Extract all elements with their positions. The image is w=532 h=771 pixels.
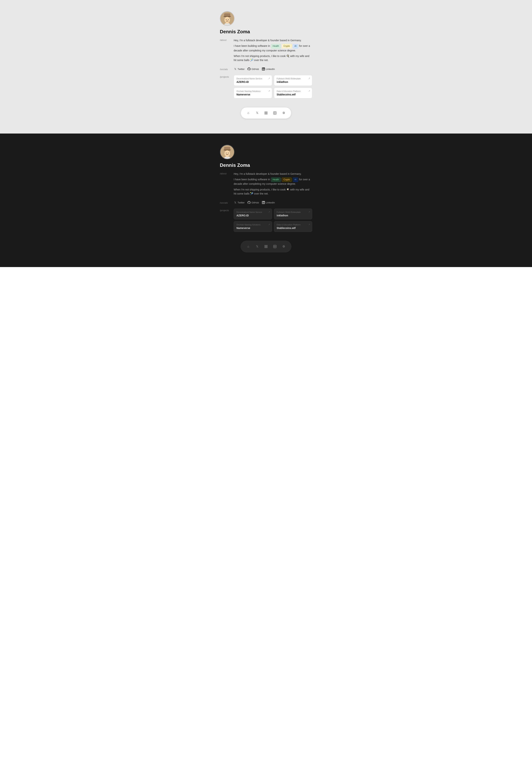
svg-rect-22 [266, 245, 267, 246]
socials-label-dark: /socials [220, 201, 230, 204]
nav-settings-dark[interactable]: ⚙ [280, 243, 287, 250]
project-card-nameverse-light[interactable]: ↗ Onchain Naming Solutions Nameverse [234, 88, 272, 98]
about-content-light: Hey, I'm a fullstack developer & founder… [234, 38, 312, 64]
nav-home-dark[interactable]: ⌂ [245, 243, 252, 250]
project-card-inklathon-dark[interactable]: ↗ Fullstack Web3 Boilerplate inklathon [274, 209, 312, 219]
twitter-icon-dark: 𝕏 [234, 201, 237, 204]
twitter-icon-light: 𝕏 [234, 67, 237, 70]
linkedin-link-dark[interactable]: LinkedIn [262, 201, 275, 204]
svg-point-5 [226, 19, 227, 20]
profile-name-light: Dennis Zoma [220, 29, 312, 35]
github-link-light[interactable]: GitHub [248, 67, 259, 70]
nav-gallery-dark[interactable] [271, 243, 279, 250]
about-label-light: /about [220, 38, 230, 64]
nav-settings-light[interactable]: ⚙ [280, 109, 287, 117]
twitter-label-dark: Twitter [238, 201, 245, 204]
linkedin-label-light: LinkedIn [266, 68, 275, 70]
project-subtitle-inklathon-light: Fullstack Web3 Boilerplate [277, 77, 310, 80]
tag-crypto-light: Crypto [282, 44, 291, 48]
project-subtitle-nameverse-light: Onchain Naming Solutions [236, 90, 269, 92]
project-card-azeroid-dark[interactable]: ↗ Decentralized Name Service AZERO.ID [234, 209, 272, 219]
twitter-link-dark[interactable]: 𝕏 Twitter [234, 201, 245, 204]
project-title-inklathon-dark: inklathon [277, 214, 310, 217]
profile-name-dark: Dennis Zoma [220, 162, 312, 168]
socials-section-dark: /socials 𝕏 Twitter GitHub LinkedIn [220, 201, 312, 204]
nav-gallery-light[interactable] [271, 109, 279, 117]
dark-section: Dennis Zoma /about Hey, I'm a fullstack … [0, 133, 532, 267]
tag-health-light: Health [271, 44, 281, 48]
project-subtitle-stablecoins-dark: Data & Education Platform [277, 224, 310, 226]
nav-bar-light: ⌂ 𝕏 ⚙ [241, 107, 291, 119]
project-subtitle-azeroid-dark: Decentralized Name Service [236, 211, 269, 213]
external-icon-nameverse-light: ↗ [268, 90, 270, 92]
external-icon-stablecoins-light: ↗ [308, 90, 310, 92]
svg-point-19 [228, 152, 229, 153]
about-content-dark: Hey, I'm a fullstack developer & founder… [234, 172, 312, 197]
nav-projects-light[interactable] [262, 109, 270, 117]
twitter-label-light: Twitter [238, 68, 245, 70]
svg-rect-21 [265, 245, 266, 246]
profile-card-light: Dennis Zoma /about Hey, I'm a fullstack … [220, 11, 312, 98]
github-icon-light [248, 67, 250, 70]
external-icon-stablecoins-dark: ↗ [308, 223, 310, 226]
project-title-inklathon-light: inklathon [277, 80, 310, 83]
socials-section-light: /socials 𝕏 Twitter GitHub LinkedIn [220, 67, 312, 71]
light-section: Dennis Zoma /about Hey, I'm a fullstack … [0, 0, 532, 133]
nav-twitter-dark[interactable]: 𝕏 [253, 243, 261, 250]
bio-line3-light: When I'm not shipping products, I like t… [234, 54, 312, 62]
projects-grid-dark: ↗ Decentralized Name Service AZERO.ID ↗ … [234, 209, 312, 232]
socials-label-light: /socials [220, 67, 230, 71]
project-subtitle-inklathon-dark: Fullstack Web3 Boilerplate [277, 211, 310, 213]
project-title-stablecoins-dark: Stablecoins.wtf [277, 227, 310, 230]
svg-rect-9 [266, 112, 267, 113]
github-label-dark: GitHub [251, 201, 259, 204]
project-card-azeroid-light[interactable]: ↗ Decentralized Name Service AZERO.ID [234, 75, 272, 86]
nav-projects-dark[interactable] [262, 243, 270, 250]
nav-bar-dark: ⌂ 𝕏 ⚙ [241, 241, 291, 252]
project-title-nameverse-light: Nameverse [236, 93, 269, 96]
nav-home-light[interactable]: ⌂ [245, 109, 252, 117]
svg-rect-3 [224, 16, 230, 17]
github-label-light: GitHub [251, 68, 259, 70]
project-card-stablecoins-dark[interactable]: ↗ Data & Education Platform Stablecoins.… [274, 221, 312, 232]
bio-line2-light: I have been building software in Health … [234, 44, 312, 52]
profile-card-dark: Dennis Zoma /about Hey, I'm a fullstack … [220, 144, 312, 232]
project-card-nameverse-dark[interactable]: ↗ Onchain Naming Solutions Nameverse [234, 221, 272, 232]
projects-label-light: /projects [220, 75, 230, 98]
svg-point-4 [224, 17, 230, 23]
avatar [220, 11, 235, 26]
svg-rect-11 [266, 113, 267, 114]
external-icon-inklathon-light: ↗ [308, 77, 310, 80]
linkedin-icon-dark [262, 201, 265, 204]
bio-line3-dark: When I'm not shipping products, I like t… [234, 187, 312, 196]
project-title-azeroid-dark: AZERO.ID [236, 214, 269, 217]
linkedin-icon-light [262, 67, 265, 70]
avatar-wrapper [220, 11, 312, 26]
bio-line2-dark: I have been building software in Health … [234, 177, 312, 186]
external-icon-inklathon-dark: ↗ [308, 211, 310, 213]
external-icon-azeroid-light: ↗ [268, 77, 270, 80]
about-label-dark: /about [220, 172, 230, 197]
linkedin-link-light[interactable]: LinkedIn [262, 67, 275, 70]
project-card-stablecoins-light[interactable]: ↗ Data & Education Platform Stablecoins.… [274, 88, 312, 98]
projects-section-dark: /projects ↗ Decentralized Name Service A… [220, 209, 312, 232]
project-subtitle-stablecoins-light: Data & Education Platform [277, 90, 310, 92]
about-section-dark: /about Hey, I'm a fullstack developer & … [220, 172, 312, 197]
project-title-azeroid-light: AZERO.ID [236, 80, 269, 83]
socials-content-light: 𝕏 Twitter GitHub LinkedIn [234, 67, 275, 71]
projects-label-dark: /projects [220, 209, 230, 232]
bio-line1-light: Hey, I'm a fullstack developer & founder… [234, 38, 312, 42]
project-card-inklathon-light[interactable]: ↗ Fullstack Web3 Boilerplate inklathon [274, 75, 312, 86]
projects-grid-light: ↗ Decentralized Name Service AZERO.ID ↗ … [234, 75, 312, 98]
projects-section-light: /projects ↗ Decentralized Name Service A… [220, 75, 312, 98]
bio-line1-dark: Hey, I'm a fullstack developer & founder… [234, 172, 312, 176]
tag-crypto-dark: Crypto [282, 177, 291, 182]
github-link-dark[interactable]: GitHub [248, 201, 259, 204]
svg-rect-10 [265, 113, 266, 114]
svg-rect-23 [265, 247, 266, 248]
twitter-link-light[interactable]: 𝕏 Twitter [234, 67, 245, 70]
nav-twitter-light[interactable]: 𝕏 [253, 109, 261, 117]
avatar-dark [220, 144, 235, 159]
svg-rect-16 [224, 149, 230, 150]
tag-health-dark: Health [271, 177, 281, 182]
